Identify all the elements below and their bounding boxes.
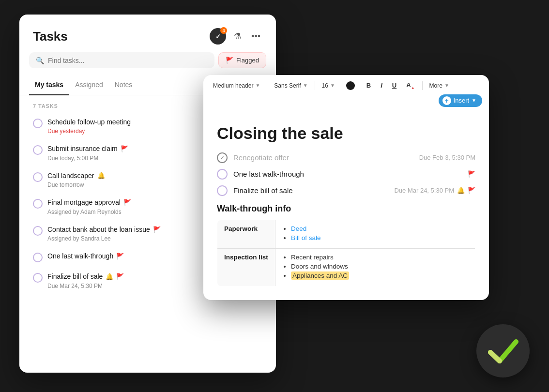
- chevron-down-icon: ▼: [303, 83, 308, 88]
- task-line-left: ✓ Renegotiate offer: [217, 152, 289, 163]
- search-icon: 🔍: [36, 57, 44, 64]
- font-select[interactable]: Sans Serif ▼: [271, 81, 310, 90]
- bill-of-sale-link[interactable]: Bill of sale: [291, 234, 321, 241]
- table-cell-label: Paperwork: [217, 220, 275, 248]
- list-item: Deed: [291, 225, 468, 232]
- task-checkbox[interactable]: [33, 273, 43, 283]
- flagged-button[interactable]: 🚩 Flagged: [218, 52, 266, 68]
- task-text: Renegotiate offer: [233, 153, 289, 162]
- due-date: Due Feb 3, 5:30 PM: [419, 154, 475, 161]
- table-cell-content: Recent repairs Doors and windows Applian…: [275, 248, 475, 286]
- bell-icon: 🔔: [106, 272, 113, 281]
- search-bar: 🔍 🚩 Flagged: [29, 52, 266, 68]
- task-checkbox[interactable]: [33, 145, 43, 155]
- info-table: Paperwork Deed Bill of sale Inspection l…: [217, 220, 475, 286]
- chevron-down-icon: ▼: [330, 83, 335, 88]
- color-picker[interactable]: [346, 81, 355, 90]
- notification-badge: 4: [220, 27, 227, 34]
- task-checkbox[interactable]: [33, 119, 43, 128]
- filter-button[interactable]: ⚗: [232, 29, 244, 44]
- list-item: Bill of sale: [291, 234, 468, 241]
- bullet-list: Deed Bill of sale: [282, 225, 468, 241]
- flag-icon: 🚩: [123, 198, 131, 207]
- bell-icon: 🔔: [97, 171, 105, 180]
- bell-icon: 🔔: [457, 187, 465, 194]
- header-actions: ✓ 4 ⚗ •••: [210, 28, 262, 45]
- checkmark-badge: [476, 324, 530, 377]
- flag-icon: 🚩: [116, 252, 124, 261]
- tab-notes[interactable]: Notes: [109, 76, 138, 95]
- task-text: Finalize bill of sale: [233, 186, 293, 195]
- tab-assigned[interactable]: Assigned: [69, 76, 109, 95]
- divider: [359, 81, 359, 90]
- divider: [315, 81, 315, 90]
- italic-button[interactable]: I: [377, 80, 386, 90]
- section-title: Walk-through info: [217, 204, 475, 214]
- highlighted-text: Appliances and AC: [291, 271, 349, 280]
- editor-panel: Medium header ▼ Sans Serif ▼ 16 ▼ B I U …: [203, 75, 489, 300]
- divider: [422, 81, 423, 90]
- task-checkbox[interactable]: [33, 172, 43, 182]
- editor-toolbar: Medium header ▼ Sans Serif ▼ 16 ▼ B I U …: [203, 75, 489, 112]
- divider: [267, 81, 267, 90]
- task-line-left: One last walk-through: [217, 169, 304, 180]
- avatar-button[interactable]: ✓ 4: [210, 28, 226, 45]
- more-select[interactable]: More ▼: [427, 81, 452, 90]
- task-checkbox[interactable]: [217, 185, 228, 196]
- task-done-checkbox[interactable]: ✓: [217, 152, 228, 163]
- flag-icon: 🚩: [468, 170, 475, 178]
- flag-icon: 🚩: [121, 145, 128, 153]
- editor-task-line: ✓ Renegotiate offer Due Feb 3, 5:30 PM: [217, 152, 475, 163]
- deed-link[interactable]: Deed: [291, 225, 306, 232]
- table-cell-label: Inspection list: [217, 248, 275, 286]
- plus-icon: +: [442, 96, 451, 105]
- checkmark-icon: [488, 338, 519, 364]
- table-cell-content: Deed Bill of sale: [275, 220, 475, 248]
- flag-icon: 🚩: [116, 272, 124, 281]
- editor-body: Closing the sale ✓ Renegotiate offer Due…: [203, 112, 489, 300]
- size-select[interactable]: 16 ▼: [319, 81, 338, 90]
- task-checkbox[interactable]: [217, 169, 228, 180]
- table-row: Inspection list Recent repairs Doors and…: [217, 248, 475, 286]
- editor-title: Closing the sale: [217, 124, 475, 143]
- due-date: Due Mar 24, 5:30 PM: [394, 187, 454, 194]
- editor-task-line: Finalize bill of sale Due Mar 24, 5:30 P…: [217, 185, 475, 196]
- list-item: Appliances and AC: [291, 272, 468, 279]
- insert-button[interactable]: + Insert ▼: [439, 94, 482, 107]
- task-text: One last walk-through: [233, 170, 304, 178]
- more-button[interactable]: •••: [249, 30, 262, 44]
- task-checkbox[interactable]: [33, 226, 43, 236]
- text-color-button[interactable]: A▲: [403, 80, 418, 91]
- flag-icon: 🚩: [226, 57, 233, 64]
- underline-button[interactable]: U: [389, 80, 400, 90]
- list-item: Doors and windows: [291, 263, 468, 270]
- search-input[interactable]: [48, 57, 208, 64]
- flag-icon: 🚩: [153, 226, 161, 234]
- list-item: Recent repairs: [291, 254, 468, 261]
- task-line-left: Finalize bill of sale: [217, 185, 293, 196]
- bullet-list: Recent repairs Doors and windows Applian…: [282, 254, 468, 279]
- table-row: Paperwork Deed Bill of sale: [217, 220, 475, 248]
- search-input-wrap[interactable]: 🔍: [29, 52, 214, 68]
- tasks-title: Tasks: [33, 29, 68, 44]
- editor-task-line: One last walk-through 🚩: [217, 169, 475, 180]
- chevron-down-icon: ▼: [255, 83, 260, 88]
- task-checkbox[interactable]: [33, 253, 43, 262]
- task-checkbox[interactable]: [33, 199, 43, 209]
- tab-my-tasks[interactable]: My tasks: [29, 76, 69, 95]
- style-select[interactable]: Medium header ▼: [210, 81, 263, 90]
- bold-button[interactable]: B: [363, 80, 374, 90]
- chevron-down-icon: ▼: [444, 83, 449, 88]
- chevron-down-icon: ▼: [472, 98, 476, 103]
- divider: [342, 81, 342, 90]
- tasks-header: Tasks ✓ 4 ⚗ •••: [19, 15, 276, 52]
- flag-icon: 🚩: [468, 187, 475, 194]
